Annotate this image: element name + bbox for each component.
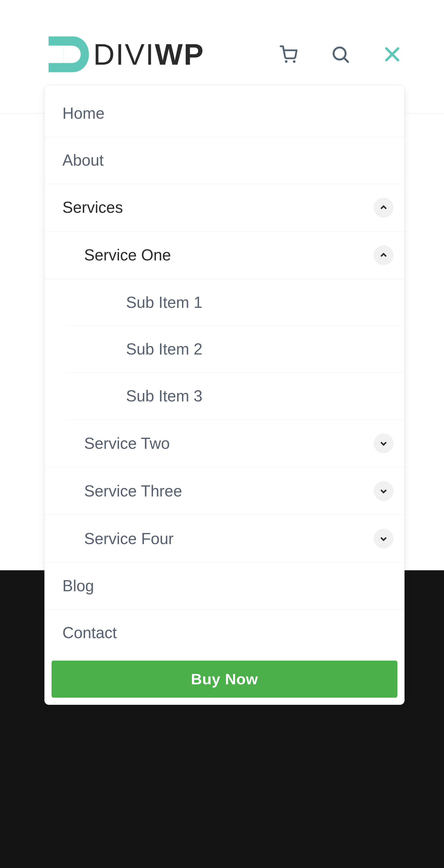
menu-item-label: Services	[62, 198, 123, 217]
menu-item-label: Sub Item 2	[126, 340, 203, 359]
menu-item-label: Contact	[62, 623, 117, 642]
subsubmenu-item-1[interactable]: Sub Item 1	[67, 279, 404, 326]
cta-wrap: Buy Now	[45, 656, 404, 698]
chevron-down-icon[interactable]	[374, 529, 394, 549]
submenu-item-service-three[interactable]: Service Three	[45, 467, 404, 515]
menu-item-label: Sub Item 1	[126, 293, 203, 312]
menu-item-label: Service Four	[84, 529, 174, 548]
logo-mark-icon	[44, 35, 91, 74]
subsubmenu-item-3[interactable]: Sub Item 3	[67, 373, 404, 420]
menu-item-blog[interactable]: Blog	[45, 563, 404, 610]
menu-item-about[interactable]: About	[45, 137, 404, 184]
menu-item-label: Service One	[84, 246, 171, 265]
chevron-up-icon[interactable]	[374, 198, 394, 217]
cart-icon[interactable]	[276, 42, 301, 67]
brand-logo[interactable]: DIVIWP	[44, 35, 204, 74]
logo-text-left: DIVI	[93, 38, 155, 71]
page-root: DIVIWP	[0, 0, 444, 868]
menu-item-services[interactable]: Services	[45, 184, 404, 231]
svg-point-0	[285, 60, 287, 63]
submenu-item-service-one[interactable]: Service One	[45, 231, 404, 279]
subsubmenu-item-2[interactable]: Sub Item 2	[67, 326, 404, 373]
submenu-item-service-two[interactable]: Service Two	[45, 420, 404, 467]
chevron-up-icon[interactable]	[374, 245, 394, 265]
chevron-down-icon[interactable]	[374, 481, 394, 501]
logo-text: DIVIWP	[93, 37, 204, 71]
submenu-item-service-four[interactable]: Service Four	[45, 515, 404, 563]
menu-item-label: Sub Item 3	[126, 386, 203, 406]
logo-text-right: WP	[155, 38, 204, 71]
close-icon[interactable]	[380, 42, 405, 67]
menu-item-label: Home	[62, 104, 105, 123]
header-icons	[276, 42, 405, 67]
menu-item-contact[interactable]: Contact	[45, 610, 404, 656]
search-icon[interactable]	[328, 42, 353, 67]
menu-item-label: Blog	[62, 577, 94, 595]
svg-line-3	[344, 58, 348, 62]
menu-item-home[interactable]: Home	[45, 90, 404, 137]
menu-item-label: Service Two	[84, 434, 170, 453]
menu-item-label: About	[62, 151, 104, 170]
menu-item-label: Service Three	[84, 482, 182, 501]
buy-now-button[interactable]: Buy Now	[52, 661, 398, 698]
svg-point-1	[293, 60, 296, 63]
chevron-down-icon[interactable]	[374, 434, 394, 453]
mobile-menu-panel: Home About Services Service One Sub Item…	[44, 85, 405, 705]
